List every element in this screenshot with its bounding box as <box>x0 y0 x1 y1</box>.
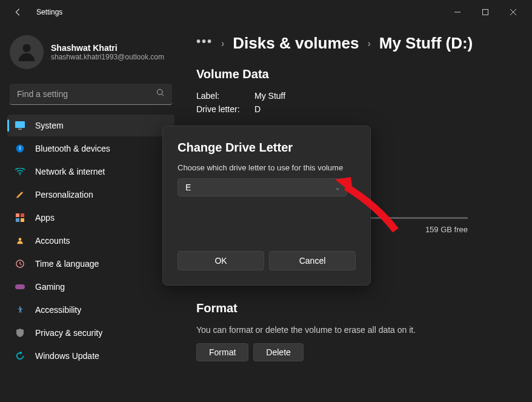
sidebar-item-gaming[interactable]: Gaming <box>7 276 175 298</box>
person-icon <box>15 235 25 246</box>
sidebar-item-apps[interactable]: Apps <box>7 207 175 229</box>
svg-rect-17 <box>15 284 25 289</box>
brush-icon <box>15 189 25 200</box>
nav-label: Accounts <box>35 236 70 246</box>
breadcrumb: ••• › Disks & volumes › My Stuff (D:) <box>196 34 508 53</box>
svg-rect-1 <box>483 10 488 15</box>
search-input[interactable] <box>17 89 156 99</box>
info-key: Drive letter: <box>196 104 254 114</box>
update-icon <box>15 350 25 361</box>
svg-rect-7 <box>15 121 25 128</box>
maximize-button[interactable] <box>471 2 499 22</box>
sidebar: Shashwat Khatri shashwat.khatri1993@outl… <box>0 24 182 402</box>
change-drive-letter-dialog: Change Drive Letter Choose which drive l… <box>162 126 371 286</box>
info-value: My Stuff <box>254 91 285 101</box>
bluetooth-icon <box>15 143 25 154</box>
format-buttons: Format Delete <box>196 343 508 361</box>
nav-label: Accessibility <box>35 305 81 315</box>
breadcrumb-more[interactable]: ••• <box>196 35 213 52</box>
profile-email: shashwat.khatri1993@outlook.com <box>51 53 164 61</box>
svg-rect-13 <box>16 218 19 222</box>
nav-label: Windows Update <box>35 351 99 361</box>
close-button[interactable] <box>499 2 527 22</box>
breadcrumb-current: My Stuff (D:) <box>379 34 473 53</box>
clock-icon <box>15 258 25 269</box>
svg-point-10 <box>19 174 21 175</box>
wifi-icon <box>15 166 25 177</box>
section-format: Format <box>196 301 508 315</box>
titlebar: Settings <box>0 0 532 24</box>
sidebar-item-time[interactable]: Time & language <box>7 253 175 275</box>
ok-button[interactable]: OK <box>178 251 264 270</box>
nav-label: Time & language <box>35 259 99 269</box>
apps-icon <box>15 212 25 223</box>
search-box[interactable] <box>10 84 172 105</box>
sidebar-item-accessibility[interactable]: Accessibility <box>7 299 175 321</box>
chevron-right-icon: › <box>221 38 224 49</box>
sidebar-item-accounts[interactable]: Accounts <box>7 230 175 252</box>
game-icon <box>15 281 25 292</box>
nav-list: System Bluetooth & devices Network & int… <box>7 115 175 367</box>
svg-line-6 <box>162 94 164 96</box>
info-value: D <box>254 104 261 114</box>
nav-label: Personalization <box>35 190 93 199</box>
search-icon <box>156 89 165 99</box>
window-title: Settings <box>36 8 62 16</box>
chevron-down-icon: ⌵ <box>336 184 339 191</box>
format-description: You can format or delete the volume to e… <box>196 325 508 335</box>
svg-rect-12 <box>21 213 24 217</box>
nav-label: Gaming <box>35 282 65 292</box>
drive-letter-dropdown[interactable]: E ⌵ <box>178 178 347 196</box>
sidebar-item-privacy[interactable]: Privacy & security <box>7 322 175 344</box>
sidebar-item-personalization[interactable]: Personalization <box>7 184 175 206</box>
svg-rect-11 <box>16 213 19 217</box>
format-button[interactable]: Format <box>196 343 248 361</box>
dropdown-value: E <box>185 183 191 192</box>
svg-point-15 <box>19 238 22 241</box>
sidebar-item-network[interactable]: Network & internet <box>7 161 175 183</box>
breadcrumb-parent[interactable]: Disks & volumes <box>233 34 359 53</box>
avatar <box>10 35 44 69</box>
delete-button[interactable]: Delete <box>253 343 303 361</box>
nav-label: Bluetooth & devices <box>35 144 110 153</box>
info-row-label: Label: My Stuff <box>196 91 508 101</box>
profile-name: Shashwat Khatri <box>51 43 164 53</box>
nav-label: Privacy & security <box>35 328 102 338</box>
dialog-title: Change Drive Letter <box>178 141 356 155</box>
profile-section[interactable]: Shashwat Khatri shashwat.khatri1993@outl… <box>7 30 175 79</box>
window-controls <box>444 2 527 22</box>
svg-rect-8 <box>18 129 22 130</box>
nav-label: System <box>35 121 64 130</box>
sidebar-item-update[interactable]: Windows Update <box>7 345 175 367</box>
section-volume-data: Volume Data <box>196 67 508 81</box>
svg-point-4 <box>22 44 30 52</box>
display-icon <box>15 120 25 131</box>
back-button[interactable] <box>8 2 28 22</box>
dialog-description: Choose which drive letter to use for thi… <box>178 163 356 172</box>
info-key: Label: <box>196 91 254 101</box>
svg-point-18 <box>19 306 21 307</box>
cancel-button[interactable]: Cancel <box>269 251 356 270</box>
info-row-drive-letter: Drive letter: D <box>196 104 508 114</box>
shield-icon <box>15 327 25 338</box>
nav-label: Network & internet <box>35 167 105 176</box>
sidebar-item-bluetooth[interactable]: Bluetooth & devices <box>7 138 175 159</box>
dialog-buttons: OK Cancel <box>178 251 356 270</box>
chevron-right-icon: › <box>367 38 370 49</box>
sidebar-item-system[interactable]: System <box>7 115 175 136</box>
nav-label: Apps <box>35 213 55 223</box>
minimize-button[interactable] <box>444 2 471 22</box>
svg-rect-14 <box>21 218 24 222</box>
accessibility-icon <box>15 304 25 315</box>
